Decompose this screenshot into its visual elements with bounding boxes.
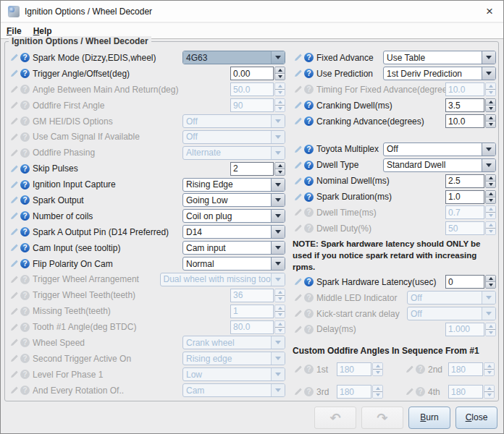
spark-hardware-latency-usec-spinner-field[interactable]: 0 [445, 275, 484, 289]
oddfire-first-angle-row: ?Oddfire First Angle90 [9, 98, 285, 114]
cranking-dwell-ms-spinner-down[interactable] [486, 105, 495, 111]
help-icon[interactable]: ? [304, 116, 314, 126]
spinner-down-icon [278, 329, 282, 332]
3rd-spinner-down [373, 391, 382, 398]
help-icon[interactable]: ? [20, 243, 30, 252]
number-of-coils-combo[interactable]: Coil on plug [182, 209, 285, 223]
help-icon[interactable]: ? [20, 180, 30, 190]
help-icon[interactable]: ? [20, 164, 30, 174]
nominal-dwell-ms-spinner-up[interactable] [486, 175, 495, 181]
spinner-up-icon [278, 291, 282, 294]
skip-pulses-spinner-buttons [274, 162, 285, 176]
spark-output-label: Spark Output [33, 195, 182, 205]
edit-pencil-icon [9, 354, 19, 363]
use-prediction-combo[interactable]: 1st Deriv Prediction [383, 67, 496, 80]
close-button[interactable]: Close [455, 407, 497, 429]
spark-duration-ms-spinner-down[interactable] [486, 197, 495, 203]
cranking-dwell-ms-spinner-field[interactable]: 3.5 [445, 98, 484, 112]
spinner-down-icon [489, 123, 493, 126]
1st-label: 1st [316, 365, 337, 375]
help-icon[interactable]: ? [20, 227, 30, 237]
tooth-1-angle-deg-btdc-spinner-down [275, 327, 285, 333]
help-icon[interactable]: ? [20, 259, 30, 268]
spark-duration-ms-label: Spark Duration(ms) [316, 192, 445, 202]
skip-pulses-spinner-up[interactable] [275, 163, 285, 169]
dwell-time-ms-spinner-up [486, 206, 495, 212]
cranking-advance-degrees-spinner-up[interactable] [486, 115, 495, 121]
spark-hardware-latency-usec-spinner-down[interactable] [486, 281, 495, 288]
level-for-phase-1-row: ?Level For Phase 1Low [9, 367, 285, 383]
help-icon[interactable]: ? [304, 176, 314, 186]
spark-duration-ms-spinner-up[interactable] [486, 191, 495, 197]
help-icon: ? [20, 291, 30, 300]
trigger-angle-offset-deg-spinner-field[interactable]: 0.00 [230, 67, 274, 80]
help-icon[interactable]: ? [304, 69, 314, 78]
help-icon: ? [20, 132, 30, 142]
help-icon[interactable]: ? [20, 211, 30, 221]
cranking-dwell-ms-spinner-up[interactable] [486, 99, 495, 105]
menu-help[interactable]: Help [33, 26, 52, 36]
help-icon: ? [304, 387, 314, 396]
chevron-down-icon [482, 67, 495, 80]
chevron-down-icon [482, 292, 495, 304]
use-cam-signal-if-available-combo: Off [182, 130, 285, 144]
spark-duration-ms-spinner-field[interactable]: 1.0 [445, 190, 484, 204]
skip-pulses-spinner-field[interactable]: 2 [230, 162, 274, 176]
ignition-input-capture-label: Ignition Input Capture [33, 179, 182, 190]
help-icon[interactable]: ? [20, 195, 30, 205]
trigger-wheel-teeth-teeth-row: ?Trigger Wheel Teeth(teeth)36 [9, 287, 285, 303]
help-icon: ? [304, 208, 314, 217]
spinner-down-icon [489, 199, 493, 202]
burn-button[interactable]: Burn [408, 407, 450, 429]
spinner-up-icon [278, 85, 282, 88]
4th-spinner-buttons [484, 385, 495, 399]
trigger-angle-offset-deg-spinner-down[interactable] [275, 73, 285, 80]
spark-latency-note: NOTE: Spark hardware latency should ONLY… [293, 237, 496, 274]
edit-pencil-icon [293, 277, 303, 286]
help-icon[interactable]: ? [20, 53, 30, 62]
dwell-duty-spinner-buttons [485, 221, 496, 235]
cranking-advance-degrees-spinner-down[interactable] [486, 121, 495, 127]
tooth-1-angle-deg-btdc-row: ?Tooth #1 Angle(deg BTDC)80.0 [9, 319, 285, 335]
toyota-multiplex-combo[interactable]: Off [383, 142, 496, 156]
cranking-advance-degrees-spinner-field[interactable]: 10.0 [445, 114, 484, 128]
help-icon[interactable]: ? [304, 101, 314, 110]
close-window-icon[interactable]: × [483, 5, 496, 17]
undo-button[interactable]: ↶ [314, 407, 356, 429]
help-icon: ? [304, 365, 314, 374]
spinner-up-icon [489, 325, 493, 328]
edit-pencil-icon [9, 338, 19, 347]
spark-a-output-pin-d14-preferred-combo[interactable]: D14 [182, 225, 285, 239]
kick-start-crank-delay-row: ?Kick-start crank delayOff [293, 306, 496, 322]
edit-pencil-icon [9, 195, 19, 205]
4th-spinner-up [484, 386, 494, 391]
dwell-type-combo[interactable]: Standard Dwell [383, 158, 496, 172]
cam-input-see-tooltip-combo-value: Cam input [183, 242, 271, 254]
redo-button[interactable]: ↷ [361, 407, 403, 429]
flip-polarity-on-cam-combo[interactable]: Normal [182, 257, 285, 271]
dwell-duty-row: ?Dwell Duty(%)50 [293, 221, 496, 237]
spark-output-combo[interactable]: Going Low [182, 193, 285, 207]
help-icon[interactable]: ? [304, 192, 314, 202]
edit-pencil-icon [9, 243, 19, 252]
help-icon[interactable]: ? [304, 53, 314, 62]
help-icon: ? [20, 101, 30, 110]
oddfire-first-angle-spinner: 90 [230, 98, 285, 112]
fixed-advance-combo[interactable]: Use Table [383, 51, 496, 64]
skip-pulses-spinner-down[interactable] [275, 169, 285, 175]
cam-input-see-tooltip-combo[interactable]: Cam input [182, 241, 285, 255]
help-icon[interactable]: ? [304, 277, 314, 286]
trigger-angle-offset-deg-spinner-up[interactable] [275, 67, 285, 73]
spark-hardware-latency-usec-spinner-up[interactable] [486, 276, 495, 281]
help-icon: ? [20, 275, 30, 284]
spark-mode-dizzy-edis-wheel-combo[interactable]: 4G63 [182, 51, 285, 64]
menu-file[interactable]: File [7, 26, 22, 36]
help-icon[interactable]: ? [20, 69, 30, 78]
nominal-dwell-ms-spinner-field[interactable]: 2.5 [445, 174, 484, 188]
nominal-dwell-ms-spinner-down[interactable] [486, 181, 495, 187]
ignition-input-capture-combo[interactable]: Rising Edge [182, 178, 285, 192]
help-icon[interactable]: ? [304, 161, 314, 170]
help-icon[interactable]: ? [304, 145, 314, 154]
skip-pulses-row: ?Skip Pulses2 [9, 161, 285, 176]
and-every-rotation-of-combo-value: Cam [183, 384, 271, 396]
